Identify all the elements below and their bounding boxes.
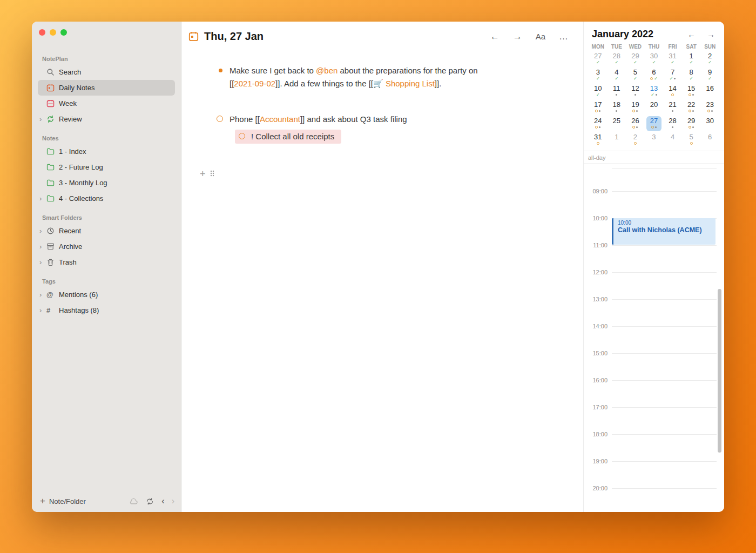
- calendar-day-11[interactable]: 11: [608, 84, 626, 100]
- calendar-day-14[interactable]: 14: [663, 84, 682, 100]
- calendar-day-5[interactable]: 5✓: [626, 68, 645, 84]
- hour-line: [612, 461, 717, 462]
- calendar-day-3[interactable]: 3✓: [589, 68, 608, 84]
- calendar-day-29-prev[interactable]: 29✓: [626, 51, 645, 68]
- close-button[interactable]: [39, 29, 45, 36]
- sidebar-item-mentions-6[interactable]: ›@Mentions (6): [38, 287, 175, 302]
- calendar-day-15[interactable]: 15: [682, 84, 701, 100]
- calendar-day-18[interactable]: 18: [608, 100, 626, 116]
- mention-link[interactable]: @ben: [316, 66, 338, 75]
- sidebar-item-daily-notes[interactable]: Daily Notes: [38, 80, 175, 96]
- day-number: 3: [596, 68, 600, 76]
- calendar-day-1[interactable]: 1✓: [682, 51, 701, 68]
- calendar-day-21[interactable]: 21: [663, 100, 682, 116]
- task-line[interactable]: ! Collect all old receipts: [235, 130, 567, 144]
- calendar-day-28-prev[interactable]: 28✓: [608, 51, 626, 68]
- calendar-day-6[interactable]: 6✓: [645, 68, 664, 84]
- calendar-day-23[interactable]: 23: [700, 100, 719, 116]
- calendar-day-13[interactable]: 13✓: [645, 84, 664, 100]
- sidebar-item-hashtags-8[interactable]: ›#Hashtags (8): [38, 302, 175, 318]
- task-line[interactable]: Phone [[Accountant]] and ask about Q3 ta…: [217, 113, 567, 126]
- calendar-day-30-prev[interactable]: 30✓: [645, 51, 664, 68]
- calendar-day-24[interactable]: 24: [589, 116, 608, 132]
- month-title: January 2022: [592, 29, 653, 40]
- calendar-day-4-next[interactable]: 4: [663, 132, 682, 149]
- sidebar-item-1-index[interactable]: 1 - Index: [38, 144, 175, 159]
- chevron-right-icon[interactable]: ›: [39, 291, 46, 299]
- sidebar-item-archive[interactable]: ›Archive: [38, 239, 175, 254]
- calendar-day-19[interactable]: 19: [626, 100, 645, 116]
- zoom-button[interactable]: [60, 29, 67, 36]
- calendar-day-28[interactable]: 28: [663, 116, 682, 132]
- sidebar-item-3-monthly-log[interactable]: 3 - Monthly Log: [38, 175, 175, 191]
- text-segment: Make sure I get back to: [230, 66, 316, 75]
- add-line-button[interactable]: +: [200, 168, 206, 180]
- forward-chevron-icon[interactable]: ›: [172, 496, 174, 506]
- sidebar-item-4-collections[interactable]: ›4 - Collections: [38, 191, 175, 206]
- calendar-event[interactable]: 10:00Call with Nicholas (ACME): [612, 218, 716, 245]
- next-month-button[interactable]: →: [707, 30, 715, 39]
- back-chevron-icon[interactable]: ‹: [161, 496, 164, 506]
- calendar-day-17[interactable]: 17: [589, 100, 608, 116]
- calendar-day-26[interactable]: 26: [626, 116, 645, 132]
- calendar-day-31[interactable]: 31: [589, 132, 608, 149]
- calendar-day-2-next[interactable]: 2: [626, 132, 645, 149]
- chevron-right-icon[interactable]: ›: [39, 242, 46, 251]
- calendar-day-30[interactable]: 30: [700, 116, 719, 132]
- sidebar-item-review[interactable]: ›Review: [38, 111, 175, 127]
- note-link[interactable]: 2021-09-02: [234, 79, 275, 88]
- task-checkbox[interactable]: [217, 113, 230, 126]
- more-button[interactable]: …: [559, 31, 568, 42]
- calendar-day-9[interactable]: 9✓: [700, 68, 719, 84]
- hour-label: 19:00: [584, 458, 608, 464]
- chevron-right-icon[interactable]: ›: [39, 306, 46, 314]
- calendar-day-27[interactable]: 27: [645, 116, 664, 132]
- calendar-day-25[interactable]: 25: [608, 116, 626, 132]
- calendar-day-27-prev[interactable]: 27✓: [589, 51, 608, 68]
- calendar-day-2[interactable]: 2✓: [700, 51, 719, 68]
- drag-handle-icon[interactable]: [210, 170, 215, 179]
- calendar-day-22[interactable]: 22: [682, 100, 701, 116]
- bullet-line[interactable]: Make sure I get back to @ben about the p…: [217, 64, 567, 90]
- new-note-button[interactable]: Note/Folder: [49, 497, 86, 505]
- calendar-day-3-next[interactable]: 3: [645, 132, 664, 149]
- editor[interactable]: Thu, 27 Jan ← → Aa … Make sure I get bac…: [181, 22, 584, 512]
- chevron-right-icon[interactable]: ›: [39, 194, 46, 203]
- chevron-right-icon[interactable]: ›: [39, 115, 46, 123]
- sidebar-item-2-future-log[interactable]: 2 - Future Log: [38, 159, 175, 175]
- format-button[interactable]: Aa: [536, 32, 545, 41]
- sidebar-item-search[interactable]: Search: [38, 64, 175, 80]
- calendar-day-10[interactable]: 10✓: [589, 84, 608, 100]
- add-line-row: +: [200, 168, 567, 180]
- calendar-day-5-next[interactable]: 5: [682, 132, 701, 149]
- calendar-day-1-next[interactable]: 1: [608, 132, 626, 149]
- calendar-day-8[interactable]: 8✓: [682, 68, 701, 84]
- sidebar-item-week[interactable]: Week: [38, 96, 175, 111]
- minimize-button[interactable]: [50, 29, 56, 36]
- note-link[interactable]: Shopping List: [386, 79, 435, 88]
- calendar-day-7[interactable]: 7✓: [663, 68, 682, 84]
- cloud-icon[interactable]: [129, 498, 138, 505]
- calendar-day-4[interactable]: 4✓: [608, 68, 626, 84]
- sidebar-item-recent[interactable]: ›Recent: [38, 223, 175, 239]
- nav-forward-button[interactable]: →: [513, 31, 522, 42]
- task-checkbox[interactable]: [239, 133, 245, 139]
- note-content[interactable]: Make sure I get back to @ben about the p…: [181, 43, 583, 180]
- day-markers: [672, 125, 673, 130]
- calendar-day-20[interactable]: 20: [645, 100, 664, 116]
- day-number: 31: [594, 133, 602, 141]
- prev-month-button[interactable]: ←: [687, 30, 696, 39]
- calendar-day-29[interactable]: 29: [682, 116, 701, 132]
- sync-icon[interactable]: [145, 498, 154, 505]
- calendar-day-31-prev[interactable]: 31✓: [663, 51, 682, 68]
- calendar-day-6-next[interactable]: 6: [700, 132, 719, 149]
- chevron-right-icon[interactable]: ›: [39, 258, 46, 266]
- nav-back-button[interactable]: ←: [490, 31, 500, 42]
- chevron-right-icon[interactable]: ›: [39, 227, 46, 235]
- calendar-day-16[interactable]: 16: [700, 84, 719, 100]
- calendar-day-12[interactable]: 12: [626, 84, 645, 100]
- sidebar-item-trash[interactable]: ›Trash: [38, 254, 175, 270]
- timeline-scrollbar[interactable]: [718, 289, 721, 453]
- note-link[interactable]: Accountant: [260, 114, 300, 124]
- day-number: 1: [615, 133, 618, 141]
